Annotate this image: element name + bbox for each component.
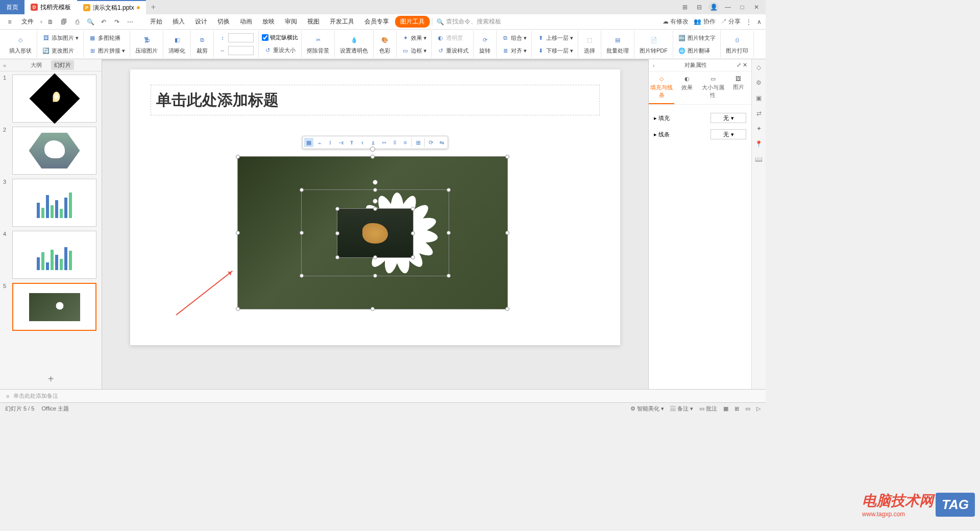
move-down-button[interactable]: ⬇下移一层 ▾ xyxy=(535,46,575,55)
tab-outline[interactable]: 大纲 xyxy=(28,60,45,70)
resize-handle[interactable] xyxy=(447,188,451,192)
image-join-button[interactable]: ⊞图片拼接 ▾ xyxy=(87,46,127,55)
ft-align-center-icon[interactable]: ⫲ xyxy=(326,138,335,147)
resize-handle[interactable] xyxy=(373,274,377,278)
rail-location-icon[interactable]: 📍 xyxy=(754,139,764,149)
menu-view[interactable]: 视图 xyxy=(303,15,324,28)
menu-slideshow[interactable]: 放映 xyxy=(258,15,279,28)
resize-handle[interactable] xyxy=(236,155,240,159)
resize-handle[interactable] xyxy=(335,231,339,235)
slide-thumb-2[interactable]: 2 xyxy=(3,127,99,175)
canvas-area[interactable]: 单击此处添加标题 ▦ ⫠ ⫲ ⫣ ⫪ ⫞ ⫫ ⇿ ⇳ ≡ ⊞ ⟳ ⇋ xyxy=(102,59,648,389)
apps-icon[interactable]: ⊟ xyxy=(694,2,704,12)
more-icon[interactable]: ⋮ xyxy=(746,18,752,26)
rotate-button[interactable]: ⟳旋转 xyxy=(477,33,493,56)
move-up-button[interactable]: ⬆上移一层 ▾ xyxy=(535,33,575,42)
resize-handle[interactable] xyxy=(335,255,339,259)
coop-button[interactable]: 👥 协作 xyxy=(694,17,715,26)
width-input[interactable] xyxy=(228,46,254,55)
resize-handle[interactable] xyxy=(371,307,375,311)
resize-handle[interactable] xyxy=(236,307,240,311)
resize-handle[interactable] xyxy=(236,231,240,235)
border-button[interactable]: ▭边框 ▾ xyxy=(400,46,428,55)
print-img-button[interactable]: ⎙图片打印 xyxy=(724,33,750,56)
multi-crop-button[interactable]: ▦多图轮播 xyxy=(87,33,122,42)
select-button[interactable]: ⬚选择 xyxy=(581,33,598,56)
change-image-button[interactable]: 🔄更改图片 xyxy=(40,46,76,55)
resize-handle[interactable] xyxy=(447,231,451,235)
compress-button[interactable]: 🗜压缩图片 xyxy=(133,33,160,56)
align-button[interactable]: ≣对齐 ▾ xyxy=(500,46,528,55)
close-button[interactable]: ✕ xyxy=(751,2,762,12)
translate-button[interactable]: 🌐图片翻译 xyxy=(676,46,712,55)
collapse-panel-icon[interactable]: « xyxy=(3,62,6,68)
ft-dist-h-icon[interactable]: ⇿ xyxy=(379,138,388,147)
resize-handle[interactable] xyxy=(300,231,304,235)
title-placeholder[interactable]: 单击此处添加标题 xyxy=(151,85,600,115)
to-pdf-button[interactable]: 📄图片转PDF xyxy=(638,33,670,56)
tab-templates[interactable]: D找稻壳模板 xyxy=(24,0,77,14)
slide-thumb-1[interactable]: 1 xyxy=(3,75,99,123)
slide-thumb-5[interactable]: 5 xyxy=(3,283,99,331)
tab-slides[interactable]: 幻灯片 xyxy=(51,60,74,70)
ft-align-right-icon[interactable]: ⫣ xyxy=(336,138,346,147)
resize-handle[interactable] xyxy=(300,188,304,192)
rail-book-icon[interactable]: 📖 xyxy=(754,154,764,164)
resize-handle[interactable] xyxy=(371,155,375,159)
qa-preview-icon[interactable]: 🔍 xyxy=(85,16,96,28)
ft-flip-icon[interactable]: ⇋ xyxy=(437,138,446,147)
resize-handle[interactable] xyxy=(411,255,415,259)
menu-pictools[interactable]: 图片工具 xyxy=(395,16,430,28)
sharpen-button[interactable]: ◧清晰化 xyxy=(166,33,187,56)
slide-canvas[interactable]: 单击此处添加标题 ▦ ⫠ ⫲ ⫣ ⫪ ⫞ ⫫ ⇿ ⇳ ≡ ⊞ ⟳ ⇋ xyxy=(130,69,620,345)
maximize-button[interactable]: □ xyxy=(737,2,747,12)
tab-add[interactable]: + xyxy=(146,3,161,12)
selected-image-inner[interactable] xyxy=(337,208,413,258)
qa-saveas-icon[interactable]: 🗐 xyxy=(58,16,69,28)
ft-align-middle-icon[interactable]: ⫞ xyxy=(358,138,367,147)
tab-home[interactable]: 首页 xyxy=(0,0,24,14)
avatar-icon[interactable]: 👤 xyxy=(708,2,719,12)
height-input[interactable] xyxy=(228,33,254,42)
ft-align-left-icon[interactable]: ⫠ xyxy=(315,138,324,147)
notes-bar[interactable]: ≡ 单击此处添加备注 xyxy=(0,389,766,402)
rotation-handle[interactable] xyxy=(373,199,378,204)
qa-redo-icon[interactable]: ↷ xyxy=(111,16,122,28)
view-reading-icon[interactable]: ▭ xyxy=(745,405,750,412)
menu-design[interactable]: 设计 xyxy=(191,15,211,28)
prop-tab-picture[interactable]: 🖼图片 xyxy=(726,71,751,104)
file-menu[interactable]: 文件 xyxy=(17,15,38,28)
view-slideshow-icon[interactable]: ▷ xyxy=(756,405,761,412)
remove-bg-button[interactable]: ✂抠除背景 xyxy=(305,33,331,56)
menu-animation[interactable]: 动画 xyxy=(236,15,256,28)
layout-icon[interactable]: ⊞ xyxy=(680,2,690,12)
slide-thumb-3[interactable]: 3 xyxy=(3,179,99,227)
menu-transition[interactable]: 切换 xyxy=(213,15,234,28)
resize-handle[interactable] xyxy=(335,207,339,211)
ft-align-top-icon[interactable]: ⫪ xyxy=(347,138,356,147)
rail-settings-icon[interactable]: ⚙ xyxy=(754,78,764,88)
insert-shape-button[interactable]: ◇插入形状 xyxy=(7,33,34,56)
batch-button[interactable]: ▤批量处理 xyxy=(604,33,631,56)
rotation-handle[interactable] xyxy=(370,147,375,152)
view-normal-icon[interactable]: ▦ xyxy=(723,405,728,412)
transparency-button[interactable]: ◐透明度 xyxy=(435,33,464,42)
resize-handle[interactable] xyxy=(373,207,377,211)
rotation-handle[interactable] xyxy=(373,180,378,185)
tab-document[interactable]: P演示文稿1.pptx xyxy=(77,0,146,14)
rail-layers-icon[interactable]: ▣ xyxy=(754,93,764,103)
reset-size-button[interactable]: ↺重设大小 xyxy=(262,45,297,55)
resize-handle[interactable] xyxy=(505,155,509,159)
resize-handle[interactable] xyxy=(447,274,451,278)
to-text-button[interactable]: 🔤图片转文字 xyxy=(676,33,717,42)
ft-fill-icon[interactable]: ▦ xyxy=(304,138,313,147)
minimize-button[interactable]: — xyxy=(723,2,733,12)
resize-handle[interactable] xyxy=(505,231,509,235)
batch-toggle[interactable]: ▭ 批注 xyxy=(699,405,717,413)
qa-print-icon[interactable]: ⎙ xyxy=(71,16,83,28)
close-panel-icon[interactable]: ✕ xyxy=(743,62,747,68)
ft-dist-v-icon[interactable]: ⇳ xyxy=(390,138,399,147)
resize-handle[interactable] xyxy=(373,188,377,192)
resize-handle[interactable] xyxy=(411,207,415,211)
qa-more-icon[interactable]: ⋯ xyxy=(125,16,136,28)
